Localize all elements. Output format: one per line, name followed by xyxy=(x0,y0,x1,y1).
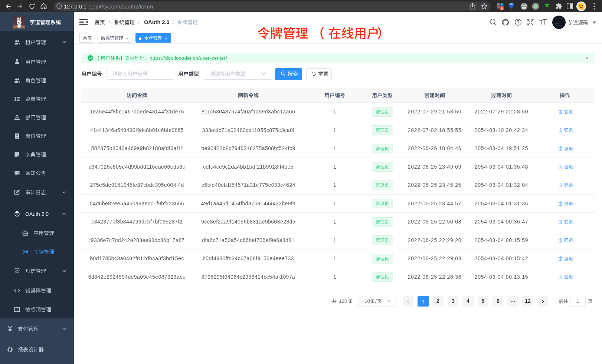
svg-text:9: 9 xyxy=(501,6,503,10)
